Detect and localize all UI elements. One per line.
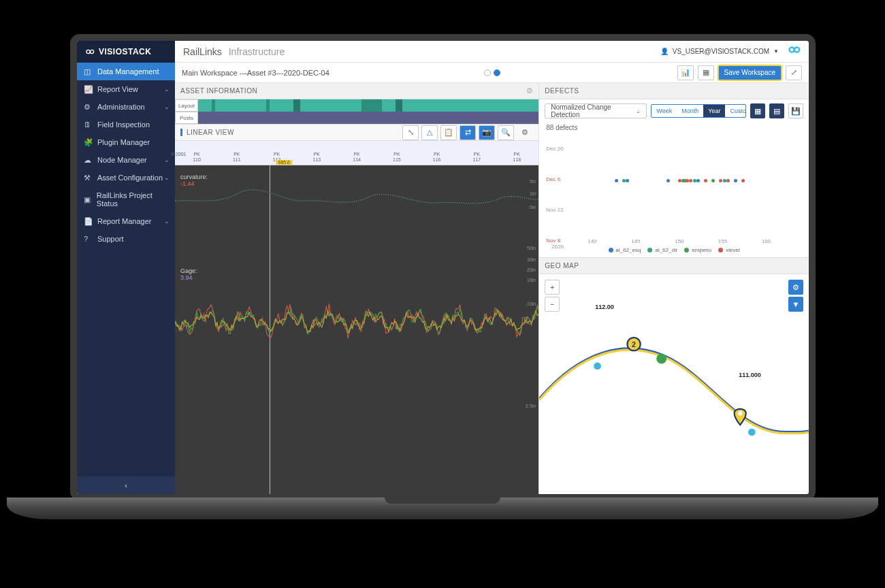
pk-tick: PK111 — [227, 152, 247, 162]
expand-icon: ⤢ — [791, 68, 797, 77]
pin-badge: 2 — [632, 340, 636, 348]
defect-point[interactable] — [734, 179, 737, 182]
clipboard-tool[interactable]: 📋 — [440, 125, 457, 140]
time-option-custom[interactable]: Custom — [725, 105, 746, 117]
geomap-header: GEO MAP — [539, 258, 809, 274]
ab-tool[interactable]: ⇄ — [460, 125, 476, 140]
sidebar-item-raillinks-project-status[interactable]: ▣RailLinks Project Status — [77, 186, 175, 212]
pk-highlight: 685.6 — [276, 160, 293, 165]
defect-point[interactable] — [723, 179, 726, 182]
time-option-year[interactable]: Year — [703, 105, 725, 117]
list-view-button[interactable]: ▤ — [769, 103, 784, 118]
chart-view-button[interactable]: 📊 — [677, 65, 694, 80]
search-tool[interactable]: 🔍 — [498, 125, 514, 140]
nav-icon: 🗓 — [84, 120, 92, 129]
product-section: Infrastructure — [229, 46, 285, 57]
page-dot[interactable] — [484, 69, 491, 76]
defect-point[interactable] — [711, 179, 715, 182]
sidebar-item-support[interactable]: ?Support — [77, 230, 175, 248]
defect-point[interactable] — [686, 179, 689, 182]
sidebar-item-plugin-manager[interactable]: 🧩Plugin Manager — [77, 133, 175, 151]
defect-point[interactable] — [704, 179, 707, 182]
user-icon: 👤 — [660, 48, 669, 55]
user-email: VS_USER@VISIOSTACK.COM — [673, 48, 769, 55]
defect-point[interactable] — [666, 179, 670, 182]
defects-scatter-chart[interactable]: Dec 20Dec 6Nov 22Nov 8202014014515015516… — [546, 135, 802, 244]
triangle-icon: △ — [427, 128, 432, 137]
legend-item: al_62_esq — [609, 247, 641, 253]
gear-icon: ⚙ — [521, 128, 528, 137]
gear-icon[interactable]: ⚙ — [526, 86, 534, 95]
measure-tool[interactable]: ⤡ — [402, 125, 419, 140]
detection-dropdown[interactable]: Normalized Change Detection ⌄ — [545, 103, 647, 118]
infinity-icon — [84, 46, 95, 57]
time-option-week[interactable]: Week — [651, 105, 677, 117]
svg-point-1 — [656, 354, 666, 364]
sidebar-item-data-management[interactable]: ◫Data Management — [77, 63, 175, 80]
defect-point[interactable] — [622, 179, 626, 182]
defect-point[interactable] — [678, 179, 681, 182]
gear-tool[interactable]: ⚙ — [517, 125, 533, 140]
geomap-panel: GEO MAP + − ⚙ ▼ — [539, 257, 809, 494]
chevron-down-icon: ⌄ — [164, 103, 170, 110]
geomap-body[interactable]: + − ⚙ ▼ — [539, 274, 809, 494]
user-menu[interactable]: 👤 VS_USER@VISIOSTACK.COM ▼ — [660, 48, 779, 55]
linear-view-title: LINEAR VIEW — [180, 129, 234, 136]
save-icon: 💾 — [791, 107, 801, 116]
sidebar-item-label: RailLinks Project Status — [97, 191, 168, 208]
ruler-icon: ⤡ — [408, 128, 414, 137]
posts-strip[interactable] — [198, 112, 538, 124]
pk-tick: PK117 — [466, 152, 487, 162]
sidebar-item-label: Field Inspection — [97, 120, 150, 129]
chevron-down-icon: ⌄ — [164, 157, 170, 163]
nav-icon: ☁ — [84, 156, 92, 164]
map-label-112: 112.00 — [595, 304, 614, 310]
defect-point[interactable] — [719, 179, 722, 182]
defect-point[interactable] — [626, 179, 629, 182]
sidebar-item-report-manager[interactable]: 📄Report Manager⌄ — [77, 212, 175, 230]
map-label-111: 111.000 — [739, 372, 761, 378]
nav-icon: 📄 — [84, 217, 92, 225]
save-workspace-button[interactable]: Save Workspace — [718, 65, 782, 80]
grid-icon: ▦ — [754, 107, 761, 116]
svg-point-2 — [748, 429, 756, 436]
defect-point[interactable] — [693, 179, 696, 182]
legend-item: al_62_dir — [647, 247, 677, 253]
brand-logo: VISIOSTACK — [77, 41, 175, 63]
defect-point[interactable] — [615, 179, 618, 182]
page-dot-active[interactable] — [494, 69, 500, 76]
time-option-month[interactable]: Month — [677, 105, 703, 117]
waveform-svg — [175, 165, 538, 494]
defect-point[interactable] — [689, 179, 692, 182]
breadcrumb: Main Workspace ---Asset #3---2020-DEC-04 — [182, 69, 329, 77]
pk-tick: PK110 — [187, 152, 207, 162]
sidebar-collapse-button[interactable]: ‹ — [77, 476, 175, 494]
defect-point[interactable] — [696, 179, 700, 182]
legend-item: xlevel — [718, 247, 739, 253]
grid-view-button[interactable]: ▦ — [750, 103, 765, 118]
defect-point[interactable] — [741, 179, 745, 182]
pk-tick: PK115 — [387, 152, 407, 162]
save-defects-button[interactable]: 💾 — [788, 103, 803, 118]
sidebar-item-field-inspection[interactable]: 🗓Field Inspection — [77, 116, 175, 133]
expand-button[interactable]: ⤢ — [786, 65, 802, 80]
triangle-tool[interactable]: △ — [421, 125, 438, 140]
defects-header: DEFECTS — [539, 83, 809, 99]
camera-tool[interactable]: 📷 — [479, 125, 495, 140]
right-column: DEFECTS Normalized Change Detection ⌄ We… — [539, 83, 809, 494]
legend-item: empeno — [684, 247, 711, 253]
linear-chart-area[interactable]: curvature: -1.44 Gage: 3.94 5in1in-5in50… — [175, 165, 538, 494]
qr-button[interactable]: ▦ — [698, 65, 714, 80]
pk-ruler[interactable]: K 2001PK110PK111PK112PK113PK114PK115PK11… — [175, 141, 538, 165]
sidebar-item-administration[interactable]: ⚙Administration⌄ — [77, 98, 175, 116]
layout-strip[interactable] — [198, 99, 538, 112]
sidebar-item-asset-configuration[interactable]: ⚒Asset Configuration⌄ — [77, 169, 175, 186]
time-range-selector: WeekMonthYearCustom — [651, 104, 746, 118]
defect-point[interactable] — [726, 179, 730, 182]
sidebar-item-node-manager[interactable]: ☁Node Manager⌄ — [77, 151, 175, 169]
pk-tick: PK114 — [347, 152, 367, 162]
posts-row-label: Posts — [175, 112, 198, 124]
chevron-down-icon: ⌄ — [636, 108, 641, 114]
sidebar-item-report-view[interactable]: 📈Report View⌄ — [77, 80, 175, 98]
asset-info-header: ASSET INFORMATION ⚙ — [175, 83, 538, 99]
